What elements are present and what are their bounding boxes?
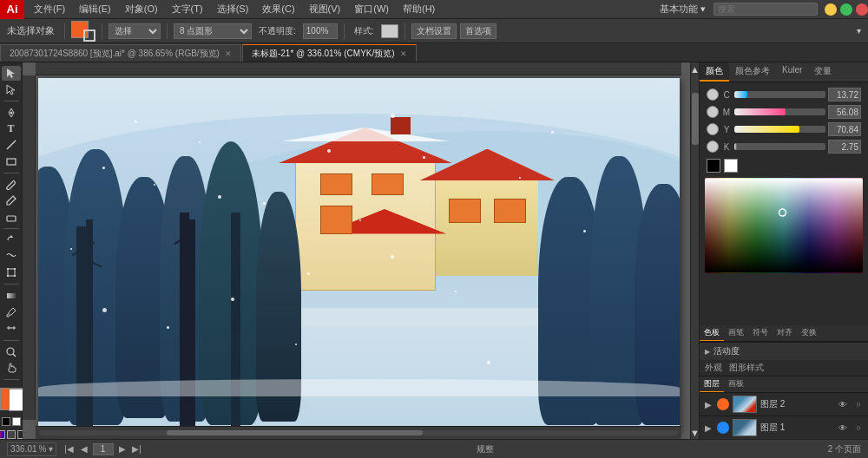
warp-tool[interactable]	[2, 249, 21, 264]
canvas-area[interactable]: // Generated inline ticks won't work her…	[23, 62, 690, 439]
gradient-btn[interactable]	[7, 430, 16, 439]
vscrollbar[interactable]: ▲ ▼	[690, 62, 699, 439]
rectangle-tool[interactable]	[2, 154, 21, 168]
panel-tab-color-ref[interactable]: 颜色参考	[729, 62, 776, 82]
lower-tab-symbols[interactable]: 符号	[748, 325, 773, 341]
eyedropper-tool[interactable]	[2, 305, 21, 320]
search-input[interactable]	[713, 3, 818, 16]
layer-1-name[interactable]: 图层 1	[760, 422, 833, 434]
workspace-selector[interactable]: 基本功能 ▾	[654, 1, 712, 17]
style-swatch[interactable]	[381, 24, 398, 38]
k-value[interactable]: 2.75	[828, 140, 861, 154]
brush-size-dropdown[interactable]: 8 点圆形	[174, 23, 252, 39]
extra-tools[interactable]: ▾	[853, 24, 865, 37]
scroll-up-button[interactable]: ▲	[691, 62, 699, 75]
free-transform-tool[interactable]	[2, 265, 21, 280]
lower-tab-align[interactable]: 对齐	[773, 325, 797, 341]
appearance-expand-icon[interactable]: ▶	[705, 348, 710, 356]
c-value[interactable]: 13.72	[828, 88, 861, 101]
line-tool[interactable]	[2, 138, 21, 153]
panel-tab-variables[interactable]: 变量	[808, 62, 838, 82]
select-dropdown[interactable]: 选择	[108, 23, 161, 39]
tab-2-close[interactable]: ✕	[400, 49, 407, 58]
y-value[interactable]: 70.84	[828, 122, 861, 136]
tab-2[interactable]: 未标题-21* @ 336.01% (CMYK/预览) ✕	[242, 44, 417, 62]
window-minimize-button[interactable]	[825, 3, 837, 16]
zoom-control[interactable]: 336.01 % ▾	[7, 442, 56, 456]
next-page-button[interactable]: ▶	[116, 443, 128, 455]
k-channel-icon[interactable]	[707, 141, 719, 153]
lower-tab-swatches[interactable]: 色板	[700, 325, 724, 341]
layer-1-visibility[interactable]: 👁	[837, 422, 849, 434]
document-setup-button[interactable]: 文档设置	[411, 23, 457, 39]
layer-2-expand[interactable]: ▶	[703, 399, 713, 409]
layers-tab-layers[interactable]: 图层	[700, 376, 724, 392]
y-bar-fill	[734, 126, 799, 133]
window-maximize-button[interactable]	[840, 3, 852, 16]
black-swatch[interactable]	[2, 417, 10, 426]
hscroll-thumb[interactable]	[167, 430, 422, 435]
pen-tool[interactable]	[2, 106, 21, 121]
gradient-tool[interactable]	[2, 289, 21, 304]
zoom-tool[interactable]	[2, 344, 21, 359]
paintbrush-tool[interactable]	[2, 178, 21, 193]
svg-rect-16	[36, 62, 681, 75]
layer-1-lock[interactable]: ○	[852, 422, 865, 434]
white-color-swatch[interactable]	[724, 159, 738, 173]
menu-effect[interactable]: 效果(C)	[256, 1, 300, 17]
layer-2-lock[interactable]: ○	[852, 398, 865, 410]
c-channel-icon[interactable]	[707, 88, 719, 101]
panel-tab-kuler[interactable]: Kuler	[776, 62, 808, 82]
panel-tab-color[interactable]: 颜色	[700, 62, 729, 82]
m-channel-icon[interactable]	[707, 106, 719, 118]
k-bar[interactable]	[734, 143, 825, 150]
measure-tool[interactable]	[2, 321, 21, 336]
white-swatch[interactable]	[12, 417, 21, 426]
layer-2-name[interactable]: 图层 2	[760, 398, 833, 410]
layer-1-expand[interactable]: ▶	[703, 422, 713, 433]
m-value[interactable]: 56.08	[828, 105, 861, 119]
window-2	[372, 173, 404, 194]
direct-selection-tool[interactable]	[2, 82, 21, 97]
zoom-dropdown-icon[interactable]: ▾	[49, 444, 53, 454]
window-close-button[interactable]	[856, 3, 868, 16]
menu-window[interactable]: 窗口(W)	[348, 1, 395, 17]
canvas-document[interactable]: 〜 〜 〜	[38, 78, 680, 432]
opacity-input[interactable]	[303, 23, 338, 39]
color-mode-btn[interactable]	[0, 430, 5, 439]
type-tool[interactable]: T	[2, 121, 21, 136]
menu-object[interactable]: 对象(O)	[119, 1, 164, 17]
lower-tab-brushes[interactable]: 画笔	[724, 325, 748, 341]
selection-tool[interactable]	[2, 66, 21, 81]
m-bar[interactable]	[734, 108, 825, 115]
eraser-tool[interactable]	[2, 210, 21, 225]
color-gradient-area[interactable]	[705, 178, 863, 273]
layer-2-visibility[interactable]: 👁	[837, 398, 849, 410]
y-bar[interactable]	[734, 126, 825, 133]
menu-file[interactable]: 文件(F)	[28, 1, 71, 17]
first-page-button[interactable]: |◀	[63, 443, 76, 455]
menu-help[interactable]: 帮助(H)	[397, 1, 441, 17]
page-number-input[interactable]	[93, 443, 114, 455]
pencil-tool[interactable]	[2, 193, 21, 208]
menu-select[interactable]: 选择(S)	[211, 1, 255, 17]
stroke-swatch[interactable]	[83, 29, 95, 42]
menu-type[interactable]: 文字(T)	[166, 1, 209, 17]
black-color-swatch[interactable]	[707, 159, 720, 173]
last-page-button[interactable]: ▶|	[131, 443, 143, 455]
lower-tab-transform[interactable]: 变换	[797, 325, 821, 341]
c-bar[interactable]	[734, 91, 825, 98]
scroll-down-button[interactable]: ▼	[691, 426, 699, 439]
ruler-top: // Generated inline ticks won't work her…	[36, 62, 681, 75]
tab-1[interactable]: 20087301724S8860 [预览].ai* @ 386.65% (RGB…	[0, 44, 241, 62]
layers-tab-artboards[interactable]: 画板	[724, 376, 748, 392]
menu-view[interactable]: 视图(V)	[303, 1, 347, 17]
prev-page-button[interactable]: ◀	[78, 443, 90, 455]
rotate-tool[interactable]	[2, 233, 21, 248]
menu-edit[interactable]: 编辑(E)	[73, 1, 117, 17]
tab-1-close[interactable]: ✕	[225, 49, 232, 58]
hand-tool[interactable]	[2, 361, 21, 376]
y-channel-icon[interactable]	[707, 123, 719, 135]
preference-button[interactable]: 首选项	[460, 23, 496, 39]
vscroll-thumb[interactable]	[692, 93, 699, 145]
